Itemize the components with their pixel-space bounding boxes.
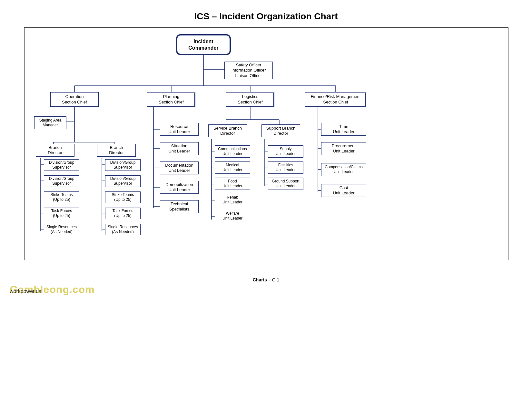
label: Unit Leader (333, 129, 354, 134)
label: Unit Leader (333, 191, 354, 196)
label: Strike Teams (50, 192, 73, 197)
label: Unit Leader (222, 216, 242, 221)
label: Unit Leader (276, 184, 296, 189)
label: Unit Leader (168, 168, 190, 173)
label: Section Chief (323, 100, 348, 105)
node-incident-commander: Incident Commander (176, 34, 231, 55)
node-communications-unit-leader: CommunicationsUnit Leader (215, 145, 250, 158)
label: Supervisor (113, 181, 132, 186)
node-procurement-unit-leader: ProcurementUnit Leader (321, 142, 366, 155)
label: Section Chief (238, 100, 262, 105)
node-operations-chief: Operation Section Chief (50, 92, 99, 107)
label: Division/Group (110, 176, 136, 181)
node-strike-teams: Strike Teams(Up to 25) (105, 191, 141, 203)
label: Resource (170, 124, 188, 129)
label: (Up to 25) (114, 197, 131, 202)
label: Welfare (226, 211, 239, 216)
node-rehab-unit-leader: RehabUnit Leader (215, 194, 250, 206)
node-time-unit-leader: TimeUnit Leader (321, 123, 366, 136)
node-task-forces: Task Forces(Up to 25) (105, 208, 141, 219)
label: Section Chief (159, 100, 183, 105)
page-footer: Charts – C-1 (0, 277, 532, 282)
label: Unit Leader (222, 168, 242, 172)
label: Director (220, 131, 235, 136)
label: Staging Area (39, 118, 62, 123)
node-strike-teams: Strike Teams(Up to 25) (44, 191, 79, 203)
node-division-group-supervisor: Division/GroupSupervisor (105, 175, 141, 187)
node-welfare-unit-leader: WelfareUnit Leader (215, 210, 250, 222)
node-technical-specialists: TechnicalSpecialists (160, 200, 199, 213)
label: Facilities (278, 163, 293, 168)
footer-label: Charts – (253, 277, 271, 282)
label: (Up to 25) (53, 213, 70, 218)
label: Director (109, 150, 124, 155)
label: Rehab (227, 195, 238, 200)
node-resource-unit-leader: ResourceUnit Leader (160, 123, 199, 136)
label: Unit Leader (334, 170, 354, 174)
chart-frame: Incident Commander Safety Officer Inform… (24, 27, 508, 260)
label: Section Chief (62, 100, 87, 105)
label: Unit Leader (168, 187, 190, 192)
label: Unit Leader (276, 152, 296, 156)
node-single-resources: Single Resources(As Needed) (105, 224, 141, 235)
label: Manager (43, 123, 58, 128)
label: (As Needed) (51, 230, 72, 234)
node-command-staff: Safety Officer Information Officer Liais… (224, 62, 273, 79)
label: Unit Leader (276, 168, 296, 172)
label: Supervisor (52, 181, 71, 186)
node-documentation-unit-leader: DocumentationUnit Leader (160, 161, 199, 174)
label: Task Forces (51, 209, 72, 213)
label: (As Needed) (112, 230, 133, 234)
label: Compensation/Claims (325, 165, 362, 170)
label: (Up to 25) (114, 213, 131, 218)
label: Division/Group (49, 160, 74, 165)
label: Division/Group (110, 160, 136, 165)
node-logistics-chief: Logistics Section Chief (226, 92, 274, 107)
node-staging-area-manager: Staging Area Manager (34, 116, 66, 129)
node-support-branch-director: Support BranchDirector (261, 124, 300, 137)
label: Cost (340, 185, 348, 191)
label: Supervisor (113, 165, 132, 170)
label: Specialists (169, 207, 189, 212)
node-division-group-supervisor: Division/GroupSupervisor (44, 159, 79, 171)
page-title: ICS – Incident Organization Chart (0, 0, 532, 22)
label: Unit Leader (168, 129, 190, 134)
label: Procurement (332, 143, 356, 149)
label: Incident (193, 38, 213, 45)
label: Director (48, 150, 63, 155)
label: Service Branch (213, 126, 242, 131)
node-situation-unit-leader: SituationUnit Leader (160, 142, 199, 155)
watermark: workpower.us (10, 289, 41, 294)
label: Single Resources (108, 225, 138, 230)
label: Demobilization (165, 182, 193, 187)
page: ICS – Incident Organization Chart (0, 0, 532, 411)
label: Operation (65, 94, 84, 99)
label: Information Officer (232, 68, 266, 73)
node-single-resources: Single Resources(As Needed) (44, 224, 79, 235)
label: Time (339, 124, 348, 129)
label: Communications (218, 147, 247, 152)
node-demobilization-unit-leader: DemobilizationUnit Leader (160, 181, 199, 194)
label: Medical (226, 163, 239, 168)
label: Unit Leader (168, 149, 190, 154)
node-service-branch-director: Service BranchDirector (208, 124, 247, 137)
node-facilities-unit-leader: FacilitiesUnit Leader (268, 161, 303, 174)
label: Director (273, 131, 288, 136)
label: Finance/Risk Management (311, 94, 361, 99)
node-food-unit-leader: FoodUnit Leader (215, 178, 250, 190)
node-finance-chief: Finance/Risk Management Section Chief (305, 92, 366, 107)
label: Unit Leader (222, 200, 242, 205)
label: Situation (171, 143, 188, 149)
label: Logistics (242, 94, 259, 99)
label: Unit Leader (222, 152, 242, 156)
label: Safety Officer (236, 63, 261, 68)
label: Food (228, 179, 237, 184)
label: Supervisor (52, 165, 71, 170)
label: Ground Support (272, 179, 299, 184)
node-task-forces: Task Forces(Up to 25) (44, 208, 79, 219)
node-ground-support-unit-leader: Ground SupportUnit Leader (268, 178, 303, 190)
label: Supply (280, 147, 292, 152)
label: Branch (48, 145, 62, 150)
node-branch-director-b: Branch Director (97, 144, 136, 157)
label: Support Branch (266, 126, 295, 131)
